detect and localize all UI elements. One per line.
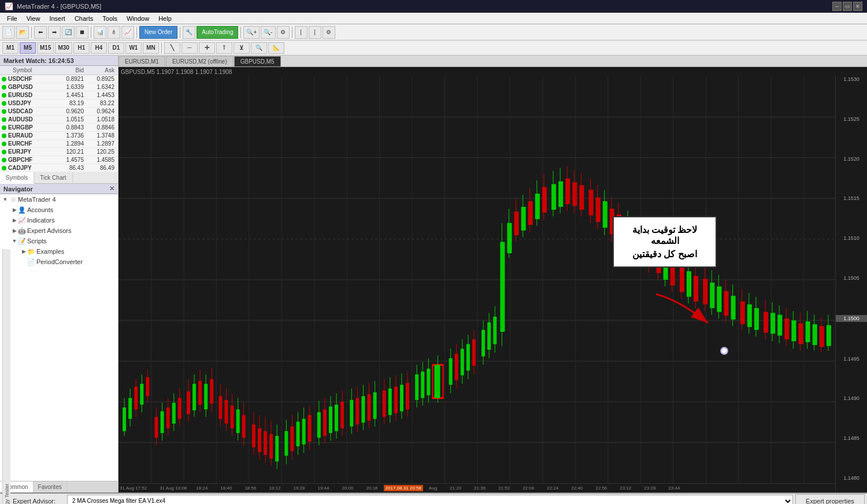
navigator-close-btn[interactable]: ✕ [109, 185, 114, 192]
open-btn[interactable]: 📂 [16, 26, 29, 39]
mw-row-gbpusd[interactable]: GBPUSD 1.6339 1.6342 [0, 83, 118, 91]
price-1500: 1.1500 [836, 315, 867, 322]
zoom-btn[interactable]: 🔍 [251, 42, 267, 54]
svg-rect-52 [187, 391, 190, 414]
refresh-btn[interactable]: 🔄 [62, 26, 75, 39]
svg-rect-48 [172, 403, 176, 424]
annotation-line2: اصبح كل دقيقتين [623, 249, 706, 260]
expert-properties-btn[interactable]: Expert properties [795, 494, 865, 505]
close-btn[interactable]: ✕ [853, 2, 862, 11]
hline-btn[interactable]: ─ [181, 42, 198, 54]
mw-row-euraud[interactable]: EURAUD 1.3736 1.3748 [0, 132, 118, 140]
mw-row-usdchf[interactable]: USDCHF 0.8921 0.8925 [0, 75, 118, 83]
new-btn[interactable]: 📄 [2, 26, 15, 39]
mw-row-eurchf[interactable]: EURCHF 1.2894 1.2897 [0, 140, 118, 148]
mw-row-cadjpy[interactable]: CADJPY 86.43 86.49 [0, 164, 118, 172]
chart-prop-btn[interactable]: ⚙ [277, 26, 290, 39]
tf-w1[interactable]: W1 [125, 42, 142, 54]
minimize-btn[interactable]: ─ [832, 2, 842, 11]
mw-dot-cadjpy [2, 166, 6, 171]
new-order-button[interactable]: New Order [139, 26, 177, 39]
objects-btn[interactable]: 📐 [268, 42, 284, 54]
zoom-in-btn[interactable]: 🔍+ [243, 26, 260, 39]
tf-m1[interactable]: M1 [2, 42, 18, 54]
period-btn2[interactable]: ⊻ [234, 42, 250, 54]
svg-rect-58 [204, 384, 208, 409]
mw-row-eurjpy[interactable]: EURJPY 120.21 120.25 [0, 148, 118, 156]
mw-dot-gbpchf [2, 158, 6, 162]
menu-view[interactable]: View [22, 14, 45, 23]
tree-expander-scripts[interactable]: ▼ [12, 238, 17, 244]
svg-rect-116 [394, 387, 398, 413]
price-1480: 1.1480 [836, 475, 867, 481]
tf-d1[interactable]: D1 [108, 42, 124, 54]
zoom-out-btn[interactable]: 🔍- [261, 26, 275, 39]
price-1520: 1.1520 [836, 156, 867, 162]
svg-rect-169 [579, 185, 584, 210]
tf-m15[interactable]: M15 [37, 42, 54, 54]
menu-window[interactable]: Window [122, 14, 154, 23]
tree-expander-mt4[interactable]: ▼ [2, 197, 8, 202]
indicator-btn[interactable]: 🔧 [183, 26, 195, 39]
svg-rect-126 [427, 369, 430, 395]
tree-item-experts[interactable]: ▶ 🤖 Expert Advisors [0, 225, 118, 236]
tree-item-indicators[interactable]: ▶ 📈 Indicators [0, 215, 118, 225]
mw-sym-gbpusd: GBPUSD [8, 84, 51, 90]
menu-charts[interactable]: Charts [70, 14, 98, 23]
tree-expander-accounts[interactable]: ▶ [12, 207, 17, 213]
svg-rect-90 [308, 415, 312, 442]
back-btn[interactable]: ⬅ [34, 26, 47, 39]
period-sep-btn2[interactable]: | [309, 26, 321, 39]
line-studies-btn[interactable]: ╲ [164, 42, 180, 54]
mw-tab-tickchart[interactable]: Tick Chart [34, 172, 72, 183]
tree-expander-experts[interactable]: ▶ [12, 228, 17, 234]
menu-file[interactable]: File [2, 14, 22, 23]
period-sep-btn1[interactable]: | [295, 26, 307, 39]
chart-bar-btn[interactable]: 📊 [94, 26, 106, 39]
svg-rect-104 [355, 398, 359, 425]
mw-row-gbpchf[interactable]: GBPCHF 1.4575 1.4585 [0, 156, 118, 164]
time-13: 21:36 [473, 486, 487, 491]
menu-bar: File View Insert Charts Tools Window Hel… [0, 13, 867, 24]
mw-ask-euraud: 1.3748 [86, 132, 118, 139]
period-btn1[interactable]: ⊺ [216, 42, 232, 54]
tf-h1[interactable]: H1 [73, 42, 90, 54]
chart-tab-gbpusd-m5[interactable]: GBPUSD,M5 [234, 56, 281, 66]
mw-row-eurgbp[interactable]: EURGBP 0.8843 0.8846 [0, 124, 118, 132]
mw-row-eurusd[interactable]: EURUSD 1.4451 1.4453 [0, 91, 118, 99]
time-18: 22:56 [594, 486, 608, 491]
candle-btn[interactable]: 🕯 [108, 26, 120, 39]
tf-m5[interactable]: M5 [20, 42, 36, 54]
tree-expander-indicators[interactable]: ▶ [12, 217, 17, 223]
stop-btn[interactable]: ⏹ [76, 26, 88, 39]
toolbar2-timeframes: M1 M5 M15 M30 H1 H4 D1 W1 MN ╲ ─ ✛ ⊺ ⊻ 🔍… [0, 40, 867, 55]
svg-rect-141 [481, 330, 485, 357]
tree-item-scripts[interactable]: ▼ 📝 Scripts [0, 236, 118, 246]
mw-row-audusd[interactable]: AUDUSD 1.0515 1.0518 [0, 116, 118, 124]
line-btn[interactable]: 📈 [121, 26, 134, 39]
settings-btn[interactable]: ⚙ [323, 26, 335, 39]
forward-btn[interactable]: ➡ [48, 26, 61, 39]
mw-row-usdcad[interactable]: USDCAD 0.9620 0.9624 [0, 108, 118, 116]
crosshair-btn[interactable]: ✛ [199, 42, 215, 54]
menu-help[interactable]: Help [154, 14, 176, 23]
mw-dot-eurjpy [2, 150, 6, 154]
tf-h4[interactable]: H4 [91, 42, 107, 54]
mw-sym-eurgbp: EURGBP [8, 124, 51, 131]
mw-tab-symbols[interactable]: Symbols [0, 172, 34, 184]
ea-select[interactable]: 2 MA Crosses Mega filter EA V1.ex4 [67, 495, 793, 505]
chart-tab-eurusd-m2[interactable]: EURUSD,M2 (offline) [166, 56, 234, 66]
chart-tab-eurusd-m1[interactable]: EURUSD,M1 [118, 56, 165, 66]
restore-btn[interactable]: ▭ [843, 2, 852, 11]
autotrading-button[interactable]: AutoTrading [197, 26, 238, 39]
tree-item-mt4[interactable]: ▼ 🖥 MetaTrader 4 [0, 194, 118, 205]
tf-mn[interactable]: MN [143, 42, 159, 54]
mw-row-usdjpy[interactable]: USDJPY 83.19 83.22 [0, 99, 118, 108]
tf-m30[interactable]: M30 [55, 42, 72, 54]
menu-insert[interactable]: Insert [45, 14, 70, 23]
menu-tools[interactable]: Tools [98, 14, 122, 23]
mw-dot-gbpusd [2, 85, 6, 90]
price-1510: 1.1510 [836, 235, 867, 241]
mw-ask-audusd: 1.0518 [86, 116, 118, 123]
tree-item-accounts[interactable]: ▶ 👤 Accounts [0, 205, 118, 215]
